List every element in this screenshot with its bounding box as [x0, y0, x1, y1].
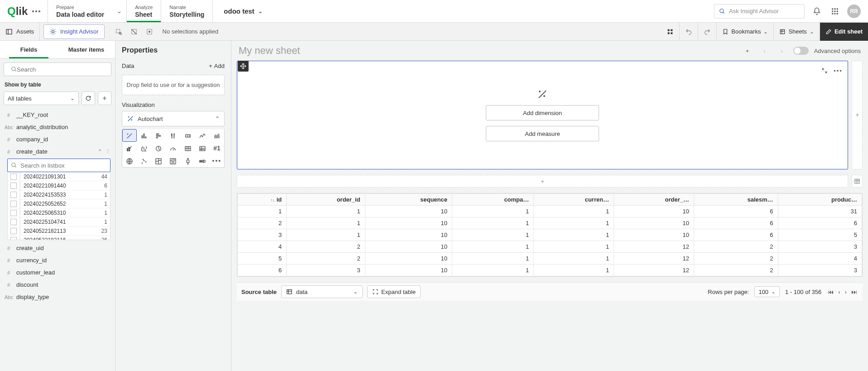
add-dimension-button[interactable]: Add dimension [486, 105, 599, 120]
chart-placeholder[interactable]: ••• Add dimension Add measure [237, 61, 848, 169]
sheets-button[interactable]: Sheets ⌄ [773, 23, 819, 41]
add-table-toggle[interactable] [852, 175, 863, 188]
chart-type-map[interactable] [122, 154, 137, 167]
chart-menu-button[interactable]: ••• [832, 65, 844, 77]
chart-type-area[interactable] [210, 129, 224, 142]
move-handle[interactable] [238, 61, 249, 72]
nav-narrate[interactable]: Narrate Storytelling [161, 0, 213, 22]
listbox-search-input[interactable] [7, 159, 110, 172]
table-header-cell[interactable]: curren… [534, 194, 614, 206]
checkbox[interactable] [10, 173, 17, 180]
checkbox[interactable] [10, 192, 17, 198]
listbox-row[interactable]: 2024052218211626 [8, 236, 110, 240]
table-header-cell[interactable]: sequence [365, 194, 452, 206]
chart-type-table[interactable] [181, 142, 195, 154]
chart-type-kpi[interactable]: #1 [210, 142, 224, 154]
chart-type-scatter[interactable] [137, 154, 151, 167]
field-item[interactable]: #create_date⌃⋮ [0, 145, 115, 158]
chart-type-more[interactable]: ••• [210, 154, 224, 167]
add-sheet-button[interactable]: + [742, 45, 753, 57]
advanced-toggle[interactable] [793, 47, 809, 55]
chart-type-bullet[interactable] [195, 154, 210, 167]
nav-prepare[interactable]: Prepare Data load editor ⌄ [48, 0, 127, 22]
field-item[interactable]: Abcdisplay_type [0, 291, 115, 303]
chart-type-treemap[interactable] [151, 154, 166, 167]
drop-field-target[interactable]: Drop field to use or for a suggestion [122, 75, 225, 95]
expand-table-button[interactable]: Expand table [367, 285, 421, 298]
checkbox[interactable] [10, 228, 17, 234]
chart-type-pivot[interactable] [195, 142, 210, 154]
first-page-button[interactable]: ⏮ [827, 289, 834, 295]
sheet-title[interactable]: My new sheet [239, 45, 742, 57]
listbox-row[interactable]: 2024022109130144 [8, 172, 110, 181]
checkbox[interactable] [10, 201, 17, 207]
listbox-row[interactable]: 202402210914406 [8, 181, 110, 190]
insight-advisor-button[interactable]: Insight Advisor [43, 24, 105, 39]
field-item[interactable]: #create_uid [0, 242, 115, 254]
listbox-row[interactable]: 202402250526521 [8, 199, 110, 208]
listbox-row[interactable]: 202402241535331 [8, 190, 110, 199]
add-measure-button[interactable]: Add measure [486, 126, 599, 141]
selections-forward-button[interactable] [144, 26, 155, 38]
field-item[interactable]: #discount [0, 279, 115, 291]
field-item[interactable]: #__KEY_root [0, 109, 115, 121]
assets-button[interactable]: Assets [0, 23, 40, 41]
checkbox[interactable] [10, 219, 17, 225]
add-right-region[interactable]: + [852, 61, 863, 169]
chart-type-bar-h[interactable] [151, 129, 166, 142]
selections-back-button[interactable] [128, 26, 140, 38]
table-row[interactable]: 11101110631 [238, 206, 862, 217]
chart-type-bar-100[interactable] [181, 129, 195, 142]
next-sheet-button[interactable]: › [776, 45, 788, 57]
chart-type-bar-v[interactable] [137, 129, 151, 142]
next-page-button[interactable]: › [844, 289, 848, 295]
checkbox[interactable] [10, 210, 17, 216]
more-menu-button[interactable] [32, 10, 40, 12]
chart-type-combo[interactable] [122, 142, 137, 154]
last-page-button[interactable]: ⏭ [850, 289, 858, 295]
smart-search-button[interactable] [113, 26, 125, 38]
chart-type-mekko[interactable] [166, 154, 180, 167]
fields-search-input[interactable] [4, 63, 111, 76]
undo-button[interactable] [679, 23, 698, 41]
chart-type-bar-stack[interactable] [166, 129, 180, 142]
table-select[interactable]: All tables ⌄ [4, 92, 79, 105]
bookmarks-button[interactable]: Bookmarks ⌄ [716, 23, 773, 41]
table-header-cell[interactable]: compa… [452, 194, 534, 206]
chart-type-gauge[interactable] [166, 142, 180, 154]
app-name-dropdown[interactable]: odoo test ⌄ [213, 0, 273, 22]
chart-type-waterfall[interactable] [137, 142, 151, 154]
field-item[interactable]: #currency_id [0, 254, 115, 266]
chart-type-wand[interactable] [122, 129, 137, 142]
table-header-cell[interactable]: order_… [614, 194, 694, 206]
notifications-button[interactable] [811, 5, 823, 17]
listbox-row[interactable]: 202402250653101 [8, 208, 110, 217]
checkbox[interactable] [10, 183, 17, 189]
field-item[interactable]: #customer_lead [0, 266, 115, 279]
source-table-select[interactable]: data ⌄ [281, 285, 363, 298]
prev-page-button[interactable]: ‹ [837, 289, 841, 295]
chart-type-pie[interactable] [151, 142, 166, 154]
field-item[interactable]: #company_id [0, 133, 115, 145]
table-header-cell[interactable]: ↑↓id [238, 194, 287, 206]
chart-type-box[interactable] [181, 154, 195, 167]
listbox-row[interactable]: 2024052218211323 [8, 226, 110, 236]
ask-insight-input[interactable]: Ask Insight Advisor [714, 4, 805, 19]
table-row[interactable]: 6310111223 [238, 265, 862, 276]
tab-fields[interactable]: Fields [0, 41, 58, 58]
chart-type-line[interactable] [195, 129, 210, 142]
tab-master-items[interactable]: Master items [58, 41, 115, 58]
nav-analyze[interactable]: Analyze Sheet [127, 0, 161, 22]
app-launcher-button[interactable] [829, 5, 841, 17]
page-size-select[interactable]: 100 ⌄ [754, 286, 780, 297]
edit-sheet-button[interactable]: Edit sheet [820, 23, 868, 41]
fullscreen-button[interactable] [819, 65, 830, 77]
table-header-cell[interactable]: produc… [778, 194, 862, 206]
viz-type-selector[interactable]: Autochart ⌃ [122, 111, 225, 126]
table-row[interactable]: 5210111224 [238, 253, 862, 265]
listbox-row[interactable]: 202402251047411 [8, 217, 110, 226]
add-data-button[interactable]: +Add [209, 63, 225, 69]
grid-view-button[interactable] [661, 23, 679, 41]
field-handle-icon[interactable]: ⋮ [106, 149, 110, 154]
table-row[interactable]: 2110111066 [238, 217, 862, 229]
